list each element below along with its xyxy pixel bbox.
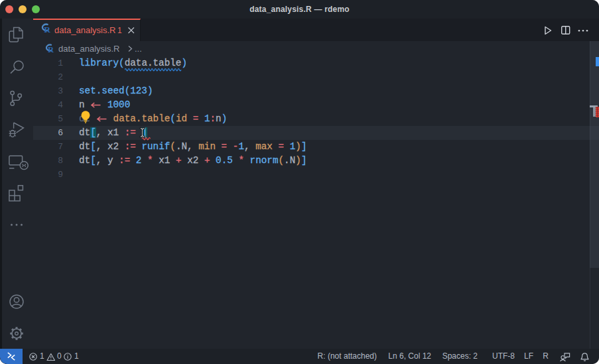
svg-text:R: R: [48, 45, 54, 54]
svg-text:R: R: [44, 25, 50, 34]
